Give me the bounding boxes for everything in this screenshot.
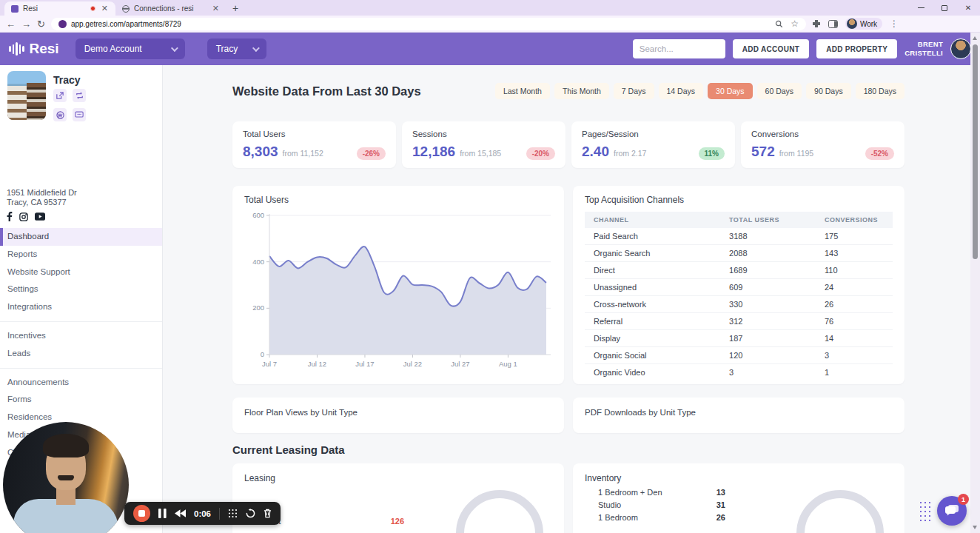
stat-card-pages-session: Pages/Session 2.40 from 2.17 11% <box>571 121 735 168</box>
sync-button[interactable] <box>73 89 86 102</box>
table-row: Organic Video31 <box>585 364 893 381</box>
property-dropdown-value: Tracy <box>216 44 238 54</box>
tab-close-icon[interactable]: ✕ <box>211 4 221 13</box>
page-scrollbar[interactable] <box>970 33 980 533</box>
range-180-days[interactable]: 180 Days <box>856 83 905 99</box>
stop-recording-button[interactable] <box>133 505 150 522</box>
sidebar-item-reports[interactable]: Reports <box>0 246 162 264</box>
forward-icon[interactable]: → <box>21 19 31 29</box>
search-input[interactable] <box>633 39 725 58</box>
blur-grid-icon[interactable] <box>228 509 238 518</box>
facebook-icon[interactable] <box>7 212 13 221</box>
property-dropdown[interactable]: Tracy <box>207 38 266 59</box>
stat-value: 572 <box>751 144 775 160</box>
stat-previous: from 1195 <box>779 149 814 158</box>
acquisition-channels-card: Top Acquisition Channels CHANNEL TOTAL U… <box>573 186 905 384</box>
stat-value: 2.40 <box>582 144 609 160</box>
chat-widget-button[interactable]: 1 <box>937 496 967 526</box>
page-url: app.getresi.com/apartments/8729 <box>71 20 181 28</box>
range-7-days[interactable]: 7 Days <box>614 83 654 99</box>
scrollbar-thumb[interactable] <box>973 44 978 259</box>
leasing-gauge: 1% <box>456 490 543 533</box>
tab-recording-indicator-icon <box>90 6 95 11</box>
browser-menu-icon[interactable]: ⋮ <box>890 19 899 29</box>
sidebar-item-incentives[interactable]: Incentives <box>0 327 162 345</box>
divider <box>0 321 162 322</box>
range-60-days[interactable]: 60 Days <box>757 83 802 99</box>
sidebar-item-integrations[interactable]: Integrations <box>0 298 162 316</box>
scroll-down-icon[interactable] <box>973 526 977 529</box>
close-window-button[interactable]: ✕ <box>956 0 980 16</box>
address-bar[interactable]: app.getresi.com/apartments/8729 ☆ <box>51 18 806 30</box>
card-title: Floor Plan Views by Unit Type <box>244 408 358 417</box>
recording-toolbar: 0:06 <box>124 502 281 525</box>
tab-close-icon[interactable]: ✕ <box>100 4 110 13</box>
table-row: Direct1689110 <box>585 262 893 279</box>
website-button[interactable] <box>73 108 86 121</box>
add-property-button[interactable]: ADD PROPERTY <box>816 39 897 58</box>
property-address: 1951 Middlefield Dr Tracy, CA 95377 <box>7 188 77 208</box>
zoom-icon[interactable] <box>775 20 783 28</box>
stat-label: Pages/Session <box>582 130 725 138</box>
sidebar-item-announcements[interactable]: Announcements <box>0 374 162 392</box>
minimize-button[interactable] <box>909 0 933 16</box>
table-row: Display18714 <box>585 330 893 347</box>
tab-title: Resi <box>23 4 86 13</box>
sidebar-item-website-support[interactable]: Website Support <box>0 264 162 281</box>
svg-text:Aug 1: Aug 1 <box>499 360 517 368</box>
site-favicon-icon <box>58 20 67 28</box>
column-header: TOTAL USERS <box>720 212 816 228</box>
account-dropdown[interactable]: Demo Account <box>75 38 185 59</box>
reload-icon[interactable]: ↻ <box>37 19 45 29</box>
stat-change-badge: -26% <box>357 147 386 160</box>
side-panel-icon[interactable] <box>828 20 838 28</box>
restart-icon[interactable] <box>246 509 255 518</box>
sidebar-item-leads[interactable]: Leads <box>0 345 162 363</box>
floor-plan-views-card: Floor Plan Views by Unit Type <box>232 398 564 433</box>
trash-icon[interactable] <box>264 509 272 518</box>
stat-change-badge: 11% <box>699 147 725 160</box>
chat-drag-handle[interactable] <box>919 500 931 522</box>
globe-favicon-icon <box>122 5 130 13</box>
back-icon[interactable]: ← <box>6 19 16 29</box>
instagram-icon[interactable] <box>19 212 28 221</box>
svg-text:Jul 12: Jul 12 <box>308 360 326 368</box>
stat-value: 8,303 <box>243 144 278 160</box>
browser-profile-chip[interactable]: Work <box>845 18 882 30</box>
divider <box>219 508 220 520</box>
sidebar-item-settings[interactable]: Settings <box>0 281 162 298</box>
browser-tab-connections[interactable]: Connections - resi ✕ <box>115 1 226 16</box>
sidebar-item-dashboard[interactable]: Dashboard <box>0 228 162 246</box>
rewind-icon[interactable] <box>175 509 186 517</box>
table-row: Cross-network33026 <box>585 296 893 313</box>
time-range-selector: Last Month This Month 7 Days 14 Days 30 … <box>495 83 905 99</box>
range-90-days[interactable]: 90 Days <box>806 83 851 99</box>
recording-timer: 0:06 <box>194 509 211 518</box>
table-row: Paid Search3188175 <box>585 228 893 245</box>
total-users-chart-card: Total Users 0200400600Jul 7Jul 12Jul 17J… <box>232 186 564 384</box>
wordpress-button[interactable] <box>53 108 67 121</box>
scroll-up-icon[interactable] <box>973 36 977 40</box>
browser-tab-resi[interactable]: Resi ✕ <box>4 1 115 16</box>
leasing-card: Leasing Vacant 126 1% <box>232 463 564 533</box>
extensions-icon[interactable] <box>812 19 821 28</box>
add-account-button[interactable]: ADD ACCOUNT <box>733 39 809 58</box>
range-30-days[interactable]: 30 Days <box>708 83 753 99</box>
bookmark-star-icon[interactable]: ☆ <box>791 19 799 29</box>
pause-icon[interactable] <box>158 509 167 518</box>
range-this-month[interactable]: This Month <box>554 83 609 99</box>
user-name: BRENT CRISTELLI <box>905 40 943 58</box>
resi-favicon-icon <box>11 5 19 13</box>
external-link-button[interactable] <box>53 89 67 102</box>
resi-logo: Resi <box>9 41 59 57</box>
range-14-days[interactable]: 14 Days <box>659 83 704 99</box>
window-controls: ✕ <box>909 0 980 16</box>
sidebar-item-forms[interactable]: Forms <box>0 391 162 409</box>
maximize-button[interactable] <box>933 0 956 16</box>
new-tab-button[interactable]: + <box>226 2 244 16</box>
table-row: Referral31276 <box>585 313 893 330</box>
chevron-down-icon <box>171 44 178 52</box>
youtube-icon[interactable] <box>35 212 45 221</box>
user-avatar[interactable] <box>950 38 971 59</box>
range-last-month[interactable]: Last Month <box>495 83 550 99</box>
